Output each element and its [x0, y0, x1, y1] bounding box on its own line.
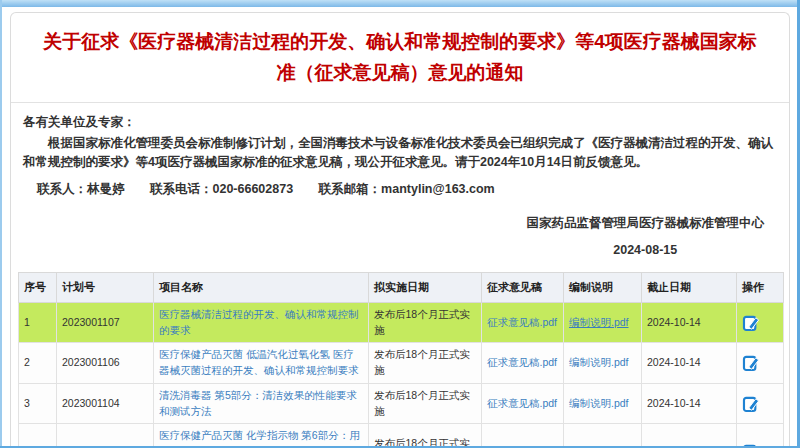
notice-paragraph: 根据国家标准化管理委员会标准制修订计划，全国消毒技术与设备标准化技术委员会已组织…: [23, 134, 777, 173]
edit-icon[interactable]: [742, 395, 760, 413]
cell-impl-date: 发布后18个月正式实施: [369, 383, 482, 424]
col-seq: 序号: [19, 272, 57, 302]
note-pdf-link[interactable]: 编制说明.pdf: [569, 397, 629, 409]
note-pdf-link[interactable]: 编制说明.pdf: [569, 445, 629, 446]
project-name-link[interactable]: 医疗器械清洁过程的开发、确认和常规控制的要求: [159, 308, 359, 336]
contact-person: 联系人：林曼婷: [37, 182, 125, 196]
table-row: 2 2023001106 医疗保健产品灭菌 低温汽化过氧化氢 医疗器械灭菌过程的…: [19, 343, 784, 384]
contact-email: 联系邮箱：mantylin@163.com: [319, 182, 495, 196]
cell-deadline: 2024-10-14: [642, 424, 737, 446]
cell-plan-no: 2023001103: [57, 424, 154, 446]
standards-table: 序号 计划号 项目名称 拟实施日期 征求意见稿 编制说明 截止日期 操作 1 2…: [18, 272, 784, 446]
notice-body: 各有关单位及专家： 根据国家标准化管理委员会标准制修订计划，全国消毒技术与设备标…: [11, 103, 789, 199]
cell-seq: 2: [19, 343, 57, 384]
note-pdf-link[interactable]: 编制说明.pdf: [569, 356, 629, 368]
col-project-name: 项目名称: [154, 272, 369, 302]
table-row: 3 2023001104 清洗消毒器 第5部分：清洁效果的性能要求和测试方法 发…: [19, 383, 784, 424]
contact-line: 联系人：林曼婷 联系电话：020-66602873 联系邮箱：mantylin@…: [37, 181, 777, 198]
draft-pdf-link[interactable]: 征求意见稿.pdf: [487, 397, 557, 409]
cell-deadline: 2024-10-14: [642, 343, 737, 384]
contact-phone: 联系电话：020-66602873: [150, 182, 293, 196]
col-draft: 征求意见稿: [482, 272, 564, 302]
table-row: 4 2023001103 医疗保健产品灭菌 化学指示物 第6部分：用于小型蒸汽灭…: [19, 424, 784, 446]
cell-deadline: 2024-10-14: [642, 383, 737, 424]
col-note: 编制说明: [564, 272, 642, 302]
window-left-edge: [0, 0, 2, 448]
project-name-link[interactable]: 医疗保健产品灭菌 化学指示物 第6部分：用于小型蒸汽灭菌器性能测试的二类指示物和…: [159, 429, 360, 446]
cell-seq: 4: [19, 424, 57, 446]
project-name-link[interactable]: 医疗保健产品灭菌 低温汽化过氧化氢 医疗器械灭菌过程的开发、确认和常规控制要求: [159, 348, 359, 376]
contact-email-value: mantylin@163.com: [381, 182, 495, 196]
col-action: 操作: [737, 272, 784, 302]
col-plan-no: 计划号: [57, 272, 154, 302]
contact-phone-label: 联系电话：: [150, 182, 213, 196]
issuer-block: 国家药品监督管理局医疗器械标准管理中心 2024-08-15: [527, 210, 765, 263]
note-pdf-link[interactable]: 编制说明.pdf: [569, 316, 629, 328]
cell-plan-no: 2023001106: [57, 343, 154, 384]
cell-plan-no: 2023001107: [57, 302, 154, 343]
cell-impl-date: 发布后18个月正式实施: [369, 343, 482, 384]
col-impl-date: 拟实施日期: [369, 272, 482, 302]
col-deadline: 截止日期: [642, 272, 737, 302]
cell-deadline: 2024-10-14: [642, 302, 737, 343]
contact-person-label: 联系人：: [37, 182, 87, 196]
cell-impl-date: 发布后18个月正式实施: [369, 424, 482, 446]
page-title: 关于征求《医疗器械清洁过程的开发、确认和常规控制的要求》等4项医疗器械国家标准（…: [11, 13, 789, 98]
contact-email-label: 联系邮箱：: [319, 182, 382, 196]
salutation: 各有关单位及专家：: [23, 114, 777, 131]
table-header-row: 序号 计划号 项目名称 拟实施日期 征求意见稿 编制说明 截止日期 操作: [19, 272, 784, 302]
cell-impl-date: 发布后18个月正式实施: [369, 302, 482, 343]
edit-icon[interactable]: [742, 314, 760, 332]
cell-seq: 1: [19, 302, 57, 343]
contact-person-value: 林曼婷: [87, 182, 125, 196]
draft-pdf-link[interactable]: 征求意见稿.pdf: [487, 316, 557, 328]
edit-icon[interactable]: [742, 443, 760, 446]
project-name-link[interactable]: 清洗消毒器 第5部分：清洁效果的性能要求和测试方法: [159, 389, 357, 417]
contact-phone-value: 020-66602873: [212, 182, 293, 196]
issuer-name: 国家药品监督管理局医疗器械标准管理中心: [527, 210, 765, 236]
issue-date: 2024-08-15: [527, 237, 765, 263]
edit-icon[interactable]: [742, 354, 760, 372]
cell-plan-no: 2023001104: [57, 383, 154, 424]
draft-pdf-link[interactable]: 征求意见稿.pdf: [487, 356, 557, 368]
cell-seq: 3: [19, 383, 57, 424]
draft-pdf-link[interactable]: 征求意见稿.pdf: [487, 445, 557, 446]
window-top-band: [0, 0, 800, 7]
table-row: 1 2023001107 医疗器械清洁过程的开发、确认和常规控制的要求 发布后1…: [19, 302, 784, 343]
notice-sheet: 关于征求《医疗器械清洁过程的开发、确认和常规控制的要求》等4项医疗器械国家标准（…: [10, 12, 790, 446]
